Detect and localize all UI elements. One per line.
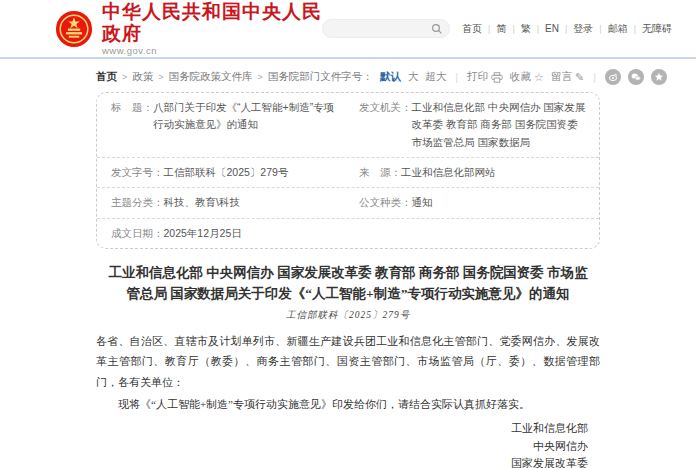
meta-source-label: 来 源： <box>359 164 401 181</box>
meta-docno-label: 发文字号： <box>111 164 164 181</box>
meta-title-value: 八部门关于印发《“人工智能+制造”专项行动实施意见》的通知 <box>153 99 337 151</box>
document-title: 工业和信息化部 中央网信办 国家发展改革委 教育部 商务部 国务院国资委 市场监… <box>105 262 591 305</box>
printer-icon <box>491 72 503 83</box>
meta-issuer-label: 发文机关： <box>359 99 412 151</box>
meta-title-label: 标 题： <box>111 99 153 151</box>
breadcrumb-separator: > <box>122 72 127 82</box>
qzone-share-icon[interactable] <box>651 69 667 85</box>
meta-date-value: 2025年12月25日 <box>164 225 242 242</box>
font-size-large[interactable]: 大 <box>408 70 419 84</box>
national-emblem-icon <box>55 10 93 48</box>
nav-traditional[interactable]: 繁 <box>521 22 531 36</box>
print-button[interactable]: 打印 <box>467 70 503 84</box>
breadcrumb-separator: > <box>158 72 163 82</box>
comment-button[interactable]: 留言 ✎ <box>551 70 584 84</box>
meta-row-date: 成文日期： 2025年12月25日 <box>97 219 599 248</box>
toolbar-divider: | <box>591 71 598 83</box>
site-header: 中华人民共和国中央人民政府 www.gov.cn 首页 | 简 | 繁 | EN… <box>0 0 696 59</box>
meta-row-title-issuer: 标 题： 八部门关于印发《“人工智能+制造”专项行动实施意见》的通知 发文机关：… <box>97 93 599 158</box>
nav-separator: | <box>537 24 539 34</box>
nav-separator: | <box>634 24 636 34</box>
breadcrumb: 首页 > 政策 > 国务院政策文件库 > 国务院部门文件 <box>96 70 341 84</box>
pencil-icon: ✎ <box>575 72 584 83</box>
site-url: www.gov.cn <box>102 45 322 56</box>
breadcrumb-home[interactable]: 首页 <box>96 70 117 84</box>
font-size-xlarge[interactable]: 超大 <box>425 70 446 84</box>
meta-category-label: 主题分类： <box>111 194 164 211</box>
search-icon[interactable] <box>431 23 443 35</box>
meta-row-docno-source: 发文字号： 工信部联科〔2025〕279号 来 源： 工业和信息化部网站 <box>97 158 599 188</box>
nav-english[interactable]: EN <box>545 23 559 34</box>
meta-issuer-value: 工业和信息化部 中央网信办 国家发展改革委 教育部 商务部 国务院国资委 市场监… <box>412 99 592 151</box>
meta-docno-value: 工信部联科〔2025〕279号 <box>164 164 289 181</box>
wechat-share-icon[interactable] <box>628 69 644 85</box>
salutation-paragraph: 各省、自治区、直辖市及计划单列市、新疆生产建设兵团工业和信息化主管部门、党委网信… <box>96 331 600 392</box>
nav-separator: | <box>565 24 567 34</box>
nav-accessibility[interactable]: 无障碍 <box>642 22 672 36</box>
breadcrumb-policy-library[interactable]: 国务院政策文件库 <box>169 70 253 84</box>
breadcrumb-policy[interactable]: 政策 <box>132 70 153 84</box>
meta-doctype-label: 公文种类： <box>359 194 412 211</box>
signature-block: 工业和信息化部 中央网信办 国家发展改革委 教育部 商务部 国务院国资委 市场监… <box>96 420 600 468</box>
search-input[interactable] <box>322 19 450 38</box>
document-article: 工业和信息化部 中央网信办 国家发展改革委 教育部 商务部 国务院国资委 市场监… <box>96 262 600 468</box>
font-size-label: 字号： <box>341 70 373 84</box>
weibo-share-icon[interactable] <box>605 69 621 85</box>
toolbar-divider: | <box>453 71 460 83</box>
nav-separator: | <box>599 24 601 34</box>
meta-category-value: 科技、教育\科技 <box>164 194 240 211</box>
top-nav: 首页 | 简 | 繁 | EN | 登录 | 邮箱 | 无障碍 <box>462 22 672 36</box>
signer: 中央网信办 <box>96 438 588 455</box>
nav-login[interactable]: 登录 <box>573 22 593 36</box>
site-logo[interactable]: 中华人民共和国中央人民政府 www.gov.cn <box>55 1 322 57</box>
document-meta-table: 标 题： 八部门关于印发《“人工智能+制造”专项行动实施意见》的通知 发文机关：… <box>96 92 600 249</box>
star-icon: ☆ <box>534 72 544 83</box>
meta-date-label: 成文日期： <box>111 225 164 242</box>
nav-home[interactable]: 首页 <box>462 22 482 36</box>
toolbar: 首页 > 政策 > 国务院政策文件库 > 国务院部门文件 字号： 默认 大 超大… <box>96 67 600 87</box>
meta-doctype-value: 通知 <box>412 194 433 211</box>
meta-row-category-doctype: 主题分类： 科技、教育\科技 公文种类： 通知 <box>97 188 599 218</box>
document-number: 工信部联科〔2025〕279号 <box>96 309 600 322</box>
meta-source-value: 工业和信息化部网站 <box>401 164 496 181</box>
favorite-button[interactable]: 收藏 ☆ <box>510 70 544 84</box>
nav-mail[interactable]: 邮箱 <box>608 22 628 36</box>
site-title: 中华人民共和国中央人民政府 <box>102 1 322 45</box>
signer: 工业和信息化部 <box>96 420 588 437</box>
breadcrumb-dept-documents[interactable]: 国务院部门文件 <box>268 70 342 84</box>
body-paragraph: 现将《“人工智能+制造”专项行动实施意见》印发给你们，请结合实际认真抓好落实。 <box>96 394 600 414</box>
nav-separator: | <box>488 24 490 34</box>
nav-simplified[interactable]: 简 <box>496 22 506 36</box>
font-size-default[interactable]: 默认 <box>380 70 401 84</box>
signer: 国家发展改革委 <box>96 455 588 468</box>
breadcrumb-separator: > <box>258 72 263 82</box>
nav-separator: | <box>512 24 514 34</box>
